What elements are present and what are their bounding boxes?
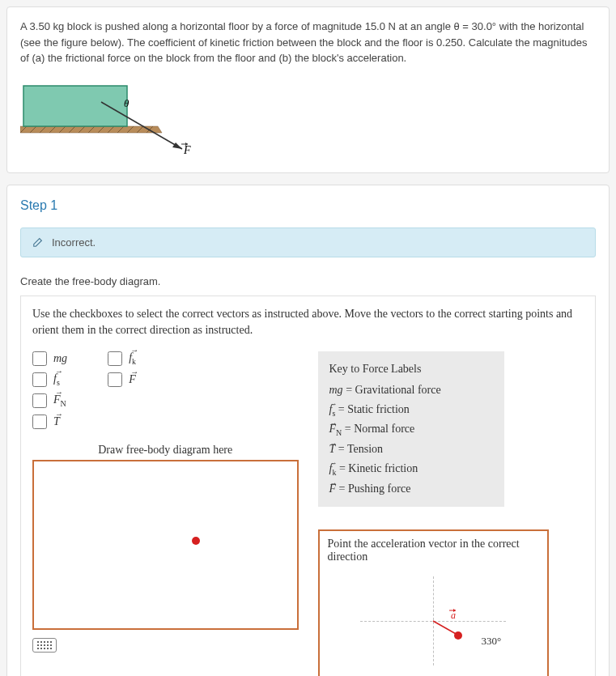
accel-canvas[interactable]: a 330° <box>328 568 539 674</box>
key-row: mg = Gravitational force <box>329 381 493 400</box>
key-title: Key to Force Labels <box>329 359 493 379</box>
checkbox-fs[interactable]: fs→ <box>32 372 67 387</box>
key-row: T→ = Tension <box>329 440 493 459</box>
key-row: FN→ = Normal force <box>329 419 493 440</box>
accel-angle-label: 330° <box>482 635 502 648</box>
checkbox-f[interactable]: F→ <box>108 372 136 387</box>
checkbox-fk[interactable]: fk→ <box>108 351 136 366</box>
checkbox-input[interactable] <box>32 351 47 366</box>
acceleration-panel: Point the acceleration vector in the cor… <box>318 529 549 676</box>
keyboard-icon[interactable] <box>32 638 57 653</box>
accel-vector[interactable] <box>433 621 457 635</box>
force-label: F <box>183 144 191 156</box>
worksheet-instruction: Use the checkboxes to select the correct… <box>32 306 584 339</box>
theta-label: θ <box>124 97 130 109</box>
feedback-text: Incorrect. <box>52 236 96 249</box>
svg-marker-17 <box>172 142 182 149</box>
accel-origin-dot[interactable] <box>454 631 462 640</box>
key-row: fk→ = Kinetic friction <box>329 459 493 479</box>
step-instruction: Create the free-body diagram. <box>20 275 596 287</box>
checkbox-input[interactable] <box>32 393 47 408</box>
checkbox-input[interactable] <box>108 351 122 366</box>
step-title: Step 1 <box>20 198 596 213</box>
key-row: F→ = Pushing force <box>329 479 493 499</box>
checkbox-mg[interactable]: mg <box>32 351 67 366</box>
checkbox-input[interactable] <box>32 415 47 429</box>
force-key: Key to Force Labels mg = Gravitational f… <box>318 351 504 507</box>
problem-figure: θ F <box>20 78 596 161</box>
accel-instruction: Point the acceleration vector in the cor… <box>328 538 539 563</box>
checkbox-input[interactable] <box>108 372 122 387</box>
pencil-icon <box>32 236 44 248</box>
checkbox-fn[interactable]: FN→ <box>32 393 67 408</box>
checkbox-t[interactable]: T→ <box>32 415 67 429</box>
fbd-origin-dot[interactable] <box>192 537 200 545</box>
step-card: Step 1 Incorrect. Create the free-body d… <box>6 185 610 677</box>
fbd-canvas[interactable] <box>32 460 299 630</box>
key-row: fs→ = Static friction <box>329 400 493 420</box>
checkbox-input[interactable] <box>32 372 47 387</box>
problem-card: A 3.50 kg block is pushed along a horizo… <box>6 6 610 173</box>
worksheet: Use the checkboxes to select the correct… <box>20 295 596 677</box>
feedback-banner: Incorrect. <box>20 227 596 257</box>
vector-checkboxes: mg fs→ FN→ T→ <box>32 351 299 429</box>
svg-rect-15 <box>23 86 127 126</box>
problem-text: A 3.50 kg block is pushed along a horizo… <box>20 19 596 66</box>
draw-label: Draw free-body diagram here <box>32 444 299 457</box>
